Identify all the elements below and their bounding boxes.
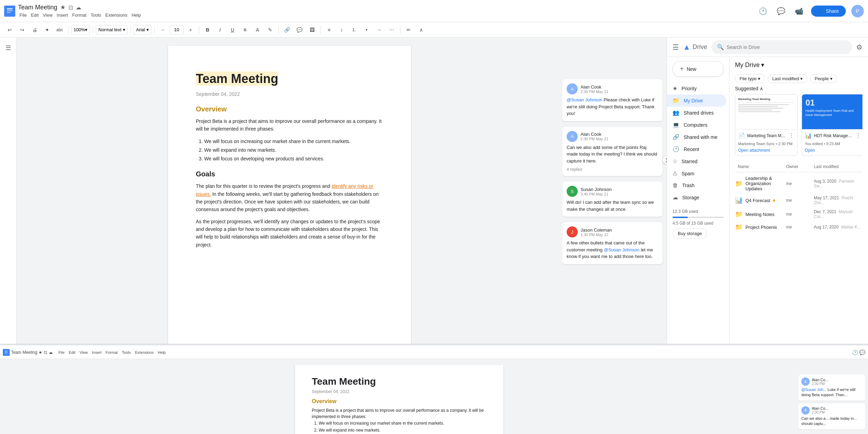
increase-font-button[interactable]: + — [185, 24, 196, 35]
list-item: We will focus on developing new products… — [204, 155, 383, 163]
svg-rect-1 — [7, 8, 12, 9]
sidebar-item-label: Recent — [684, 147, 699, 152]
menu-file[interactable]: File — [18, 12, 28, 18]
comment-icon[interactable]: 💬 — [775, 5, 787, 17]
overview-list: We will focus on increasing our market s… — [204, 137, 383, 164]
video-icon[interactable]: 📹 — [793, 5, 806, 17]
undo-button[interactable]: ↩ — [4, 24, 15, 35]
numbered-list-button[interactable]: 1. — [349, 24, 360, 35]
collapse-toolbar-button[interactable]: ∧ — [416, 24, 427, 35]
card-more-icon[interactable]: ⋮ — [789, 132, 794, 139]
user-avatar[interactable]: P — [851, 5, 864, 17]
bottom-menu-edit[interactable]: Edit — [67, 350, 77, 355]
filter-last-modified[interactable]: Last modified ▾ — [768, 74, 807, 83]
bottom-menu-format[interactable]: Format — [104, 350, 119, 355]
filter-chevron: ▾ — [800, 76, 803, 81]
file-row[interactable]: 📁 Leadership & Organization Updates me A… — [735, 174, 862, 193]
bottom-menu-insert[interactable]: Insert — [91, 350, 103, 355]
more-formats-button[interactable]: ⋯ — [386, 24, 397, 35]
share-button[interactable]: 👤 Share — [811, 6, 846, 17]
filter-file-type[interactable]: File type ▾ — [735, 74, 765, 83]
sidebar-item-recent[interactable]: 🕐 Recent — [667, 143, 726, 155]
history-icon[interactable]: 🕐 — [757, 5, 769, 17]
list-item: We will focus on increasing our market s… — [319, 420, 487, 427]
star-icon[interactable]: ★ — [60, 3, 66, 11]
filter-people[interactable]: People ▾ — [810, 74, 837, 83]
bottom-doc-date: September 04, 2022 — [312, 389, 487, 394]
bottom-menu-view[interactable]: View — [78, 350, 89, 355]
menu-view[interactable]: View — [41, 12, 54, 18]
comment-replies[interactable]: 4 replies — [567, 167, 658, 172]
sidebar-item-computers[interactable]: 💻 Computers — [667, 119, 726, 131]
suggested-chevron: ∧ — [760, 86, 763, 91]
bottom-comment-icon[interactable]: 💬 — [859, 350, 865, 355]
sidebar-item-my-drive[interactable]: 📁 My Drive — [667, 94, 726, 107]
decrease-font-button[interactable]: − — [157, 24, 168, 35]
spell-check-button[interactable]: abc — [54, 24, 65, 35]
zoom-control[interactable]: 100% ▾ — [71, 25, 90, 35]
underline-button[interactable]: U — [227, 24, 238, 35]
file-row[interactable]: 📁 Project Phoenix me Aug 17, 2020 Matias… — [735, 221, 862, 233]
open-link[interactable]: Open — [802, 148, 862, 156]
open-attachment-link[interactable]: Open attachment — [735, 148, 797, 156]
sidebar-item-trash[interactable]: 🗑 Trash — [667, 180, 726, 191]
link-button[interactable]: 🔗 — [282, 24, 293, 35]
menu-format[interactable]: Format — [71, 12, 88, 18]
menu-help[interactable]: Help — [130, 12, 142, 18]
buy-storage-button[interactable]: Buy storage — [673, 228, 707, 239]
folder-icon[interactable]: ⊡ — [68, 4, 73, 11]
strikethrough-button[interactable]: S — [240, 24, 251, 35]
image-button[interactable]: 🖼 — [307, 24, 318, 35]
line-spacing-button[interactable]: ↕ — [336, 24, 347, 35]
comment-author: Susan Johnson — [581, 187, 612, 192]
pen-button[interactable]: ✏ — [403, 24, 414, 35]
separator-6 — [278, 26, 279, 34]
file-row[interactable]: 📁 Meeting Notes me Dec 7, 2021 Manuel Co… — [735, 207, 862, 221]
my-drive-title[interactable]: My Drive ▾ — [735, 61, 764, 69]
comment-button[interactable]: 💬 — [294, 24, 305, 35]
drive-search-input[interactable] — [727, 44, 846, 50]
bottom-menu-file[interactable]: File — [57, 350, 66, 355]
drive-settings-icon[interactable]: ⚙ — [856, 43, 862, 51]
italic-button[interactable]: I — [215, 24, 226, 35]
bullet-list-button[interactable]: • — [361, 24, 372, 35]
drive-card[interactable]: 01 Health Deployment Team Risk and Issue… — [802, 94, 862, 156]
normal-text-select[interactable]: Normal text ▾ — [96, 25, 127, 35]
indent-button[interactable]: → — [374, 24, 385, 35]
bold-button[interactable]: B — [202, 24, 213, 35]
doc-title[interactable]: Team Meeting — [18, 4, 57, 11]
comment-card: A Alan Cook 2:30 PM May 21 Can we also a… — [562, 127, 662, 176]
bottom-menu-tools[interactable]: Tools — [120, 350, 132, 355]
drive-card[interactable]: Marketing Team Meeting 📄 — [735, 94, 798, 156]
paint-format-button[interactable]: ✦ — [42, 24, 53, 35]
sidebar-item-shared-drives[interactable]: 👥 Shared drives — [667, 107, 726, 119]
cloud-icon[interactable]: ☁ — [76, 4, 81, 11]
drive-menu-icon[interactable]: ☰ — [673, 43, 679, 51]
drive-logo-icon: ▲ — [683, 43, 691, 52]
card-type-icon: 📊 — [805, 132, 812, 139]
drive-new-button[interactable]: + New — [673, 61, 724, 77]
print-button[interactable]: 🖨 — [29, 24, 40, 35]
sidebar-item-shared-with-me[interactable]: 🔗 Shared with me — [667, 131, 726, 143]
sidebar-item-storage[interactable]: ☁ Storage — [667, 191, 726, 203]
text-color-button[interactable]: A — [252, 24, 263, 35]
sidebar-item-spam[interactable]: ⚠ Spam — [667, 167, 726, 180]
menu-edit[interactable]: Edit — [30, 12, 40, 18]
align-button[interactable]: ≡ — [324, 24, 335, 35]
outline-toggle-button[interactable]: ☰ — [2, 42, 15, 54]
font-select[interactable]: Arial ▾ — [134, 25, 151, 35]
bottom-menu-help[interactable]: Help — [157, 350, 167, 355]
menu-tools[interactable]: Tools — [89, 12, 102, 18]
card-more-icon[interactable]: ⋮ — [856, 132, 861, 139]
bottom-menu-extensions[interactable]: Extensions — [134, 350, 155, 355]
file-row[interactable]: 📊 Q4 Forecast ★ me May 17, 2021 Ruichi Z… — [735, 193, 862, 207]
bottom-history-icon[interactable]: 🕐 — [852, 350, 858, 355]
menu-insert[interactable]: Insert — [55, 12, 69, 18]
redo-button[interactable]: ↪ — [17, 24, 28, 35]
font-size-input[interactable]: 10 — [170, 25, 184, 35]
drive-search-bar[interactable]: 🔍 — [711, 40, 852, 54]
highlight-button[interactable]: ✎ — [265, 24, 276, 35]
sidebar-item-starred[interactable]: ☆ Starred — [667, 155, 726, 167]
sidebar-item-priority[interactable]: ★ Priority — [667, 82, 726, 94]
menu-extensions[interactable]: Extensions — [104, 12, 129, 18]
